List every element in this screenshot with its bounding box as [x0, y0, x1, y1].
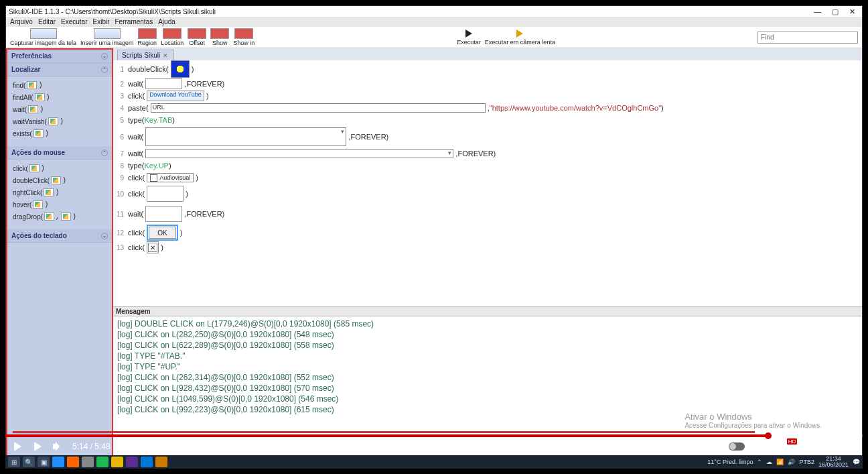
- tray-notifications-icon[interactable]: 💬: [853, 459, 860, 465]
- tray-chevron-up-icon[interactable]: ⌃: [757, 459, 762, 465]
- image-thumbnail-dropdown: [145, 149, 453, 158]
- tray-weather[interactable]: 11°C Pred. limpo: [707, 459, 753, 465]
- offset-button[interactable]: Offset: [188, 28, 206, 46]
- highlight-underline: [13, 431, 755, 433]
- minimize-button[interactable]: —: [814, 7, 821, 16]
- menu-exibir[interactable]: Exibir: [93, 18, 110, 25]
- chevron-down-icon: ⌄: [101, 233, 108, 239]
- func-dragdrop[interactable]: dragDrop( , ): [10, 211, 109, 223]
- image-thumbnail-url: URL: [151, 103, 486, 113]
- app-title: SikuliX-IDE 1.1.3 - C:\Users\thomt\Deskt…: [9, 8, 216, 15]
- close-tab-icon[interactable]: ✕: [163, 52, 168, 59]
- log-line: [log] CLICK on L(928,432)@S(0)[0,0 1920x…: [117, 383, 858, 393]
- func-hover[interactable]: hover( ): [10, 198, 109, 211]
- func-rightclick[interactable]: rightClick( ): [10, 186, 109, 198]
- play-icon: [465, 29, 472, 38]
- menu-editar[interactable]: Editar: [38, 18, 56, 25]
- taskbar-app[interactable]: [67, 457, 79, 467]
- tray-language[interactable]: PTB2: [799, 459, 814, 465]
- video-time: 5:14 / 5:48: [72, 442, 111, 451]
- play-icon: [14, 442, 21, 451]
- run-slow-button[interactable]: Executar em câmera lenta: [485, 29, 555, 46]
- video-miniplayer-button[interactable]: [800, 442, 810, 451]
- tray-clock[interactable]: 21:3416/06/2021: [818, 456, 849, 468]
- image-chip-icon: [29, 164, 40, 172]
- task-view-icon[interactable]: ▣: [38, 457, 50, 467]
- image-thumbnail: Download YouTube: [147, 91, 204, 101]
- video-next-button[interactable]: [32, 441, 43, 452]
- taskbar-app[interactable]: [111, 457, 123, 467]
- taskbar-app[interactable]: [82, 457, 94, 467]
- image-thumbnail: [145, 206, 182, 222]
- tray-wifi-icon[interactable]: 📶: [776, 459, 784, 465]
- video-seek-bar[interactable]: [5, 434, 863, 437]
- side-panel: Preferências⌄ Localizar⌃ find( ) findAll…: [6, 48, 113, 457]
- key-constant: Key.TAB: [144, 116, 172, 124]
- chevron-down-icon: ⌄: [101, 53, 108, 60]
- insert-image-button[interactable]: Inserir uma imagem: [80, 28, 134, 46]
- show-button[interactable]: Show: [210, 28, 229, 46]
- image-chip-icon: [51, 176, 61, 184]
- menu-arquivo[interactable]: Arquivo: [10, 18, 33, 25]
- code-editor[interactable]: 1doubleClick( ) 2wait( ,FOREVER) 3click(…: [113, 60, 862, 306]
- taskbar-app[interactable]: [141, 457, 153, 467]
- tray-cloud-icon[interactable]: ☁: [766, 459, 772, 465]
- taskbar-app[interactable]: [126, 457, 138, 467]
- menu-ferramentas[interactable]: Ferramentas: [115, 18, 153, 25]
- video-fullscreen-button[interactable]: ⛶: [845, 441, 856, 452]
- func-doubleclick[interactable]: doubleClick( ): [10, 174, 109, 186]
- video-settings-button[interactable]: ⚙HD: [778, 441, 789, 452]
- search-icon[interactable]: 🔍: [23, 457, 35, 467]
- showin-icon: [234, 28, 253, 39]
- video-volume-button[interactable]: [52, 441, 63, 452]
- image-icon: [94, 28, 121, 39]
- find-input[interactable]: [757, 32, 858, 44]
- maximize-button[interactable]: ▢: [832, 7, 839, 16]
- side-mouse-header[interactable]: Ações do mouse⌃: [7, 146, 112, 160]
- volume-icon: [53, 442, 62, 451]
- func-wait[interactable]: wait( ): [10, 103, 109, 115]
- video-autoplay-toggle[interactable]: [729, 442, 745, 451]
- image-thumbnail: [145, 78, 182, 89]
- chevron-up-icon: ⌃: [101, 66, 108, 73]
- windows-activation-watermark: Ativar o Windows Acesse Configurações pa…: [684, 412, 822, 429]
- side-preferences-header[interactable]: Preferências⌄: [7, 50, 112, 63]
- func-click[interactable]: click( ): [10, 162, 109, 174]
- chevron-up-icon: ⌃: [101, 150, 108, 156]
- menu-executar[interactable]: Executar: [61, 18, 87, 25]
- close-button[interactable]: ✕: [849, 7, 855, 16]
- tray-volume-icon[interactable]: 🔊: [788, 459, 795, 465]
- menu-ajuda[interactable]: Ajuda: [158, 18, 175, 25]
- region-icon: [138, 28, 157, 39]
- image-thumbnail: [147, 186, 184, 202]
- log-line: [log] CLICK on L(622,289)@S(0)[0,0 1920x…: [117, 341, 858, 350]
- video-player-controls: 5:14 / 5:48 ⚙HD ⛶: [5, 437, 863, 456]
- side-localizar-header[interactable]: Localizar⌃: [7, 63, 112, 76]
- run-button[interactable]: Executar: [457, 29, 481, 46]
- image-chip-icon: [61, 213, 71, 221]
- desktop-shortcut-icon: [171, 60, 190, 78]
- taskbar-app[interactable]: [96, 457, 108, 467]
- taskbar-app[interactable]: [52, 457, 64, 467]
- location-button[interactable]: Location: [161, 28, 184, 46]
- start-button[interactable]: ⊞: [8, 457, 20, 467]
- showin-button[interactable]: Show in: [233, 28, 255, 46]
- image-chip-icon: [28, 105, 38, 113]
- func-exists[interactable]: exists( ): [10, 127, 109, 139]
- tab-scripts-sikuli[interactable]: Scripts Sikuli✕: [117, 50, 174, 60]
- func-findall[interactable]: findAll( ): [10, 91, 109, 103]
- region-button[interactable]: Region: [138, 28, 157, 46]
- video-captions-button[interactable]: [755, 442, 768, 451]
- video-theater-button[interactable]: [821, 442, 835, 451]
- image-chip-icon: [48, 117, 58, 125]
- side-teclado-header[interactable]: Ações do teclado⌄: [7, 229, 112, 243]
- func-waitvanish[interactable]: waitVanish( ): [10, 115, 109, 127]
- show-icon: [210, 28, 229, 39]
- string-literal: "https://www.youtube.com/watch?v=VdCOglh…: [490, 104, 661, 112]
- taskbar-app[interactable]: [155, 457, 167, 467]
- video-play-button[interactable]: [12, 441, 23, 452]
- image-chip-icon: [44, 213, 54, 221]
- log-line: [log] CLICK on L(282,250)@S(0)[0,0 1920x…: [117, 330, 858, 339]
- capture-screenshot-button[interactable]: Capturar imagem da tela: [10, 28, 76, 46]
- func-find[interactable]: find( ): [10, 79, 109, 91]
